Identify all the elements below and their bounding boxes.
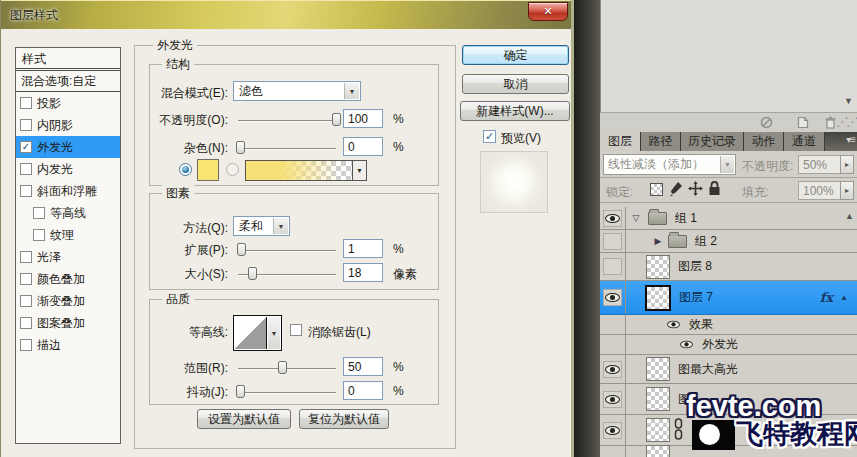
clear-style-icon[interactable]	[760, 116, 773, 129]
gradient-radio[interactable]	[226, 163, 239, 176]
style-item-bevel-emboss[interactable]: 斜面和浮雕	[16, 180, 120, 202]
jitter-input[interactable]: 0	[343, 381, 383, 400]
tab-layers[interactable]: 图层	[600, 132, 641, 151]
visibility-eye-icon[interactable]	[605, 214, 620, 223]
checkbox-unchecked[interactable]	[20, 185, 32, 197]
layer-name[interactable]: 组 1	[675, 210, 697, 227]
spread-slider[interactable]	[238, 250, 336, 251]
effect-label[interactable]: 外发光	[702, 336, 738, 353]
visibility-eye-icon[interactable]	[667, 321, 680, 329]
layer-thumbnail[interactable]	[646, 357, 670, 381]
fx-badge[interactable]: fx	[820, 290, 833, 305]
contour-thumbnail[interactable]	[235, 317, 267, 349]
layer-name[interactable]: 组 2	[695, 233, 717, 250]
color-radio[interactable]	[179, 163, 192, 176]
layer-row-masked[interactable]	[600, 415, 857, 446]
noise-input[interactable]: 0	[343, 137, 383, 156]
range-slider-thumb[interactable]	[278, 361, 287, 374]
style-item-texture[interactable]: 纹理	[16, 224, 120, 246]
reset-default-button[interactable]: 复位为默认值	[299, 409, 389, 429]
technique-select[interactable]: 柔和 ▼	[233, 216, 290, 236]
spread-slider-thumb[interactable]	[237, 243, 246, 256]
scroll-down-icon[interactable]: ▼	[844, 96, 853, 106]
noise-slider[interactable]	[238, 148, 336, 149]
checkbox-unchecked[interactable]	[20, 317, 32, 329]
checkbox-unchecked[interactable]	[33, 229, 45, 241]
checkbox-unchecked[interactable]	[20, 273, 32, 285]
layer-row-highlight[interactable]: 图最大高光	[600, 355, 857, 384]
ok-button[interactable]: 确定	[462, 45, 569, 65]
close-button[interactable]: ✕	[528, 2, 568, 21]
style-item-satin[interactable]: 光泽	[16, 246, 120, 268]
layer-row-8[interactable]: 图层 8	[600, 253, 857, 281]
layer-row-7-selected[interactable]: 图层 7 fx ▲	[600, 281, 857, 315]
layer-thumbnail[interactable]	[646, 445, 670, 457]
chevron-down-icon[interactable]: ▼	[268, 317, 280, 349]
jitter-slider[interactable]	[238, 392, 336, 393]
opacity-slider[interactable]	[238, 120, 336, 121]
tab-actions[interactable]: 动作	[744, 132, 784, 151]
layer-thumbnail[interactable]	[645, 285, 671, 311]
blend-mode-select[interactable]: 滤色 ▼	[233, 81, 361, 101]
checkbox-unchecked[interactable]	[33, 207, 45, 219]
contour-picker[interactable]: ▼	[233, 315, 282, 351]
layer-name[interactable]: 图层 8	[678, 258, 712, 275]
tab-paths[interactable]: 路径	[641, 132, 681, 151]
size-slider-thumb[interactable]	[248, 267, 257, 280]
checkbox-unchecked[interactable]	[20, 339, 32, 351]
chevron-down-icon[interactable]: ▼	[273, 218, 288, 234]
checkbox-unchecked[interactable]	[20, 295, 32, 307]
effects-label[interactable]: 效果	[689, 316, 713, 333]
style-item-stroke[interactable]: 描边	[16, 334, 120, 356]
visibility-empty[interactable]	[603, 258, 622, 275]
new-item-icon[interactable]	[797, 116, 809, 129]
checkbox-unchecked[interactable]	[20, 251, 32, 263]
visibility-eye-icon[interactable]	[605, 293, 620, 302]
style-item-pattern-overlay[interactable]: 图案叠加	[16, 312, 120, 334]
spread-input[interactable]: 1	[343, 239, 383, 258]
jitter-slider-thumb[interactable]	[236, 385, 245, 398]
style-item-gradient-overlay[interactable]: 渐变叠加	[16, 290, 120, 312]
layer-row-occluded[interactable]: 图	[600, 384, 857, 415]
chevron-down-icon[interactable]: ▼	[720, 156, 734, 173]
styles-blending-options[interactable]: 混合选项:自定	[16, 71, 120, 92]
layer-name[interactable]: 图	[678, 391, 690, 408]
layer-thumbnail[interactable]	[646, 255, 670, 279]
dialog-titlebar[interactable]: 图层样式 ✕	[1, 0, 571, 29]
mask-link-chain-icon[interactable]	[674, 418, 683, 443]
tab-history[interactable]: 历史记录	[681, 132, 744, 151]
layer-blend-mode-select[interactable]: 线性减淡（添加） ▼	[603, 154, 736, 175]
layer-name[interactable]: 图层 7	[679, 289, 713, 306]
layer-row-partial[interactable]	[600, 446, 857, 457]
antialias-checkbox[interactable]	[290, 324, 302, 336]
lock-pixels-icon[interactable]	[669, 181, 684, 200]
range-input[interactable]: 50	[343, 357, 383, 376]
layer-name[interactable]: 图最大高光	[678, 361, 738, 378]
resize-grip-icon[interactable]: ⋰⋰	[836, 115, 856, 129]
outer-glow-effect-row[interactable]: 外发光	[600, 335, 857, 355]
style-item-color-overlay[interactable]: 颜色叠加	[16, 268, 120, 290]
expander-open-icon[interactable]: ▽	[630, 213, 642, 223]
checkbox-unchecked[interactable]	[20, 119, 32, 131]
visibility-eye-icon[interactable]	[605, 426, 620, 435]
panel-menu-icon[interactable]: ▾≡	[846, 134, 855, 145]
lock-all-icon[interactable]	[708, 181, 721, 199]
fill-spinner-icon[interactable]: ▸	[840, 181, 854, 200]
visibility-empty[interactable]	[603, 233, 622, 250]
expander-closed-icon[interactable]: ▶	[652, 236, 664, 246]
style-item-contour[interactable]: 等高线	[16, 202, 120, 224]
checkbox-unchecked[interactable]	[20, 97, 32, 109]
visibility-eye-icon[interactable]	[605, 395, 620, 404]
checkbox-unchecked[interactable]	[20, 163, 32, 175]
size-input[interactable]: 18	[343, 263, 383, 282]
style-item-drop-shadow[interactable]: 投影	[16, 92, 120, 114]
set-default-button[interactable]: 设置为默认值	[197, 409, 291, 429]
noise-slider-thumb[interactable]	[236, 141, 245, 154]
opacity-slider-thumb[interactable]	[332, 113, 341, 126]
opacity-spinner-icon[interactable]: ▸	[840, 155, 854, 174]
layer-thumbnail[interactable]	[646, 418, 670, 442]
chevron-down-icon[interactable]: ▼	[344, 83, 359, 99]
visibility-eye-icon[interactable]	[605, 365, 620, 374]
cancel-button[interactable]: 取消	[462, 74, 569, 94]
tab-channels[interactable]: 通道	[784, 132, 825, 151]
